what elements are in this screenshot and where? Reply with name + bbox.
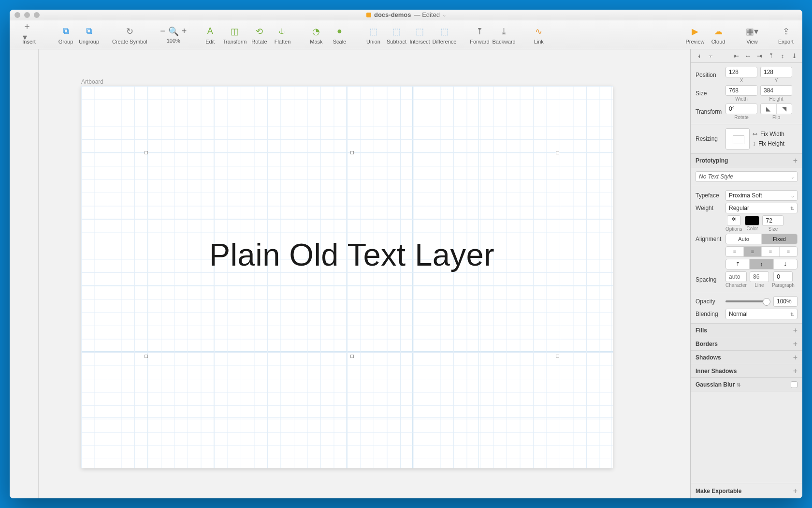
align-h-center-icon[interactable]: ↔ [742,51,753,61]
resizing-constraints[interactable] [725,128,750,149]
fix-height-label[interactable]: Fix Height [758,140,784,147]
selection-handle[interactable] [145,151,148,154]
position-x-input[interactable] [725,67,757,77]
flatten-button[interactable]: ⫝Flatten [272,25,293,45]
view-button[interactable]: ▦▾View [741,25,763,45]
valign-top-icon[interactable]: ⤒ [726,259,750,269]
make-exportable-section[interactable]: Make Exportable+ [691,483,802,498]
blur-checkbox[interactable] [791,381,798,388]
subtract-button[interactable]: ⬚Subtract [386,25,407,45]
align-left-edge-icon[interactable]: ⇤ [731,51,741,61]
union-button[interactable]: ⬚Union [362,25,384,45]
chevron-down-icon: ⌵ [791,174,794,179]
transform-button[interactable]: ◫Transform [223,25,247,45]
chevron-updown-icon[interactable]: ⇅ [737,382,740,388]
artboard[interactable]: Plain Old Text Layer [81,86,613,468]
plus-icon[interactable]: + [793,156,798,165]
ungroup-icon: ⧉ [83,25,95,38]
zoom-control[interactable]: −🔍+ 100% [160,26,187,44]
forward-button[interactable]: ⤒Forward [469,25,490,45]
fills-section[interactable]: Fills+ [691,324,802,337]
zoom-out-icon[interactable]: − [160,26,165,36]
opacity-slider[interactable] [725,300,770,302]
artboard-label[interactable]: Artboard [81,78,103,85]
group-button[interactable]: ⧉Group [55,25,76,45]
backward-icon: ⤓ [498,25,510,38]
rotate-button[interactable]: ⟲Rotate [248,25,270,45]
difference-button[interactable]: ⬚Difference [432,25,456,45]
intersect-button[interactable]: ⬚Intersect [409,25,430,45]
align-left-icon[interactable]: ⫞ [694,51,704,61]
backward-button[interactable]: ⤓Backward [492,25,515,45]
canvas[interactable]: Artboard Plain Old Text Layer [39,49,690,498]
vertical-align-seg[interactable]: ⤒ ↕ ⤓ [725,259,798,269]
selection-handle[interactable] [556,151,559,154]
mask-button[interactable]: ◔Mask [305,25,327,45]
export-button[interactable]: ⇪Export [775,25,797,45]
align-right-edge-icon[interactable]: ⇥ [754,51,765,61]
selection-handle[interactable] [350,355,354,358]
fix-width-label[interactable]: Fix Width [760,131,784,137]
plus-icon[interactable]: + [793,340,798,348]
fix-width-icon[interactable]: ⇿ [753,131,757,137]
rotate-input[interactable] [725,104,757,114]
flip-h-icon[interactable]: ◣ [761,104,777,114]
selection-handle[interactable] [145,355,148,358]
align-justify-icon[interactable]: ≡ [780,247,797,256]
selection-handle[interactable] [556,355,559,358]
height-input[interactable] [760,85,792,96]
line-spacing-input[interactable] [750,271,769,282]
plus-icon[interactable]: + [793,487,798,495]
inner-shadows-section[interactable]: Inner Shadows+ [691,364,802,378]
text-style-select[interactable]: No Text Style⌵ [696,171,798,182]
edit-button[interactable]: AEdit [200,25,221,45]
preview-button[interactable]: ▶Preview [684,25,706,45]
position-y-input[interactable] [760,67,792,77]
text-options-button[interactable]: ✲ [727,215,740,226]
valign-bottom-icon[interactable]: ⤓ [774,259,797,269]
create-symbol-button[interactable]: ↻Create Symbol [112,25,147,45]
text-color-swatch[interactable] [745,216,759,225]
align-right-icon[interactable]: ≡ [762,247,780,256]
link-button[interactable]: ∿Link [528,25,550,45]
insert-button[interactable]: ＋▾Insert [15,25,43,45]
prototyping-section[interactable]: Prototyping+ [691,154,802,167]
align-bottom-icon[interactable]: ⤓ [789,51,799,61]
fix-height-icon[interactable]: ↕ [753,140,755,147]
flatten-icon: ⫝ [276,25,289,38]
blending-select[interactable]: Normal⇅ [725,309,798,319]
text-align-seg[interactable]: ≡ ≡ ≡ ≡ [725,246,798,257]
flip-control[interactable]: ◣◥ [760,104,792,114]
borders-section[interactable]: Borders+ [691,337,802,351]
plus-icon[interactable]: + [793,326,798,335]
scale-button[interactable]: ●Scale [329,25,350,45]
align-left-icon[interactable]: ≡ [726,247,744,256]
layers-panel[interactable] [10,49,39,498]
zoom-in-icon[interactable]: + [182,26,187,36]
plus-icon[interactable]: + [793,353,798,362]
font-size-input[interactable] [762,215,783,226]
para-spacing-input[interactable] [773,271,793,282]
cloud-button[interactable]: ☁Cloud [708,25,729,45]
typeface-select[interactable]: Proxima Soft⌵ [725,190,798,201]
char-spacing-input[interactable] [725,271,747,282]
plus-icon[interactable]: + [793,367,798,375]
valign-middle-icon[interactable]: ↕ [750,259,773,269]
mask-icon: ◔ [310,25,322,38]
align-v-center-icon[interactable]: ↕ [777,51,788,61]
ungroup-button[interactable]: ⧉Ungroup [78,25,100,45]
align-center-icon[interactable]: ≡ [744,247,762,256]
shadows-section[interactable]: Shadows+ [691,351,802,364]
align-top-icon[interactable]: ⤒ [766,51,776,61]
document-title[interactable]: docs-demos — Edited ⌵ [10,11,802,18]
align-center-h-icon[interactable]: ⫟ [705,51,716,61]
selection-handle[interactable] [350,151,354,154]
flip-v-icon[interactable]: ◥ [777,104,792,114]
width-input[interactable] [725,85,757,96]
weight-select[interactable]: Regular⇅ [725,203,798,213]
text-layer[interactable]: Plain Old Text Layer [146,153,557,356]
opacity-input[interactable] [773,296,798,307]
gaussian-blur-section[interactable]: Gaussian Blur ⇅ [691,378,802,391]
link-icon: ∿ [533,25,545,38]
alignment-mode-seg[interactable]: AutoFixed [725,234,798,244]
